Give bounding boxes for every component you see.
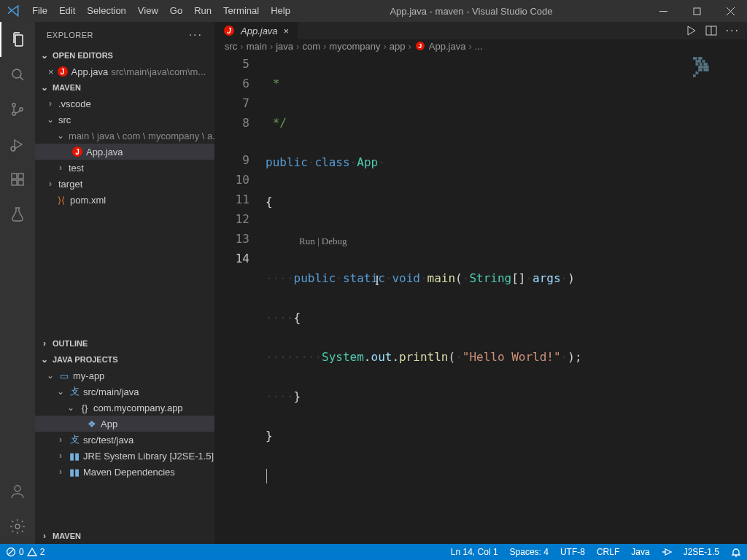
folder-target[interactable]: ›target <box>35 176 214 192</box>
section-open-editors[interactable]: ⌄OPEN EDITORS <box>35 47 214 63</box>
status-feedback[interactable] <box>656 544 678 560</box>
java-class-app[interactable]: ❖App <box>35 416 214 432</box>
menu-edit[interactable]: Edit <box>53 0 81 22</box>
window-close[interactable] <box>713 0 747 22</box>
chevron-right-icon: › <box>45 179 55 189</box>
svg-point-8 <box>20 108 23 111</box>
folder-nested-path[interactable]: ⌄main \ java \ com \ mycompany \ a... <box>35 128 214 144</box>
menu-go[interactable]: Go <box>164 0 188 22</box>
java-src-main[interactable]: ⌄⽁src/main/java <box>35 384 214 400</box>
status-spaces[interactable]: Spaces: 4 <box>504 544 554 560</box>
chevron-right-icon: › <box>39 338 50 349</box>
activity-test[interactable] <box>0 197 35 232</box>
file-pom-xml[interactable]: ⟩⟨pom.xml <box>35 192 214 208</box>
tab-close-icon[interactable]: × <box>284 26 290 36</box>
cursor <box>266 469 267 483</box>
java-error-icon <box>57 66 69 77</box>
breadcrumbs[interactable]: src› main› java› com› mycompany› app› Ap… <box>214 39 747 52</box>
activity-settings[interactable] <box>0 509 35 544</box>
split-editor-icon[interactable] <box>705 25 717 36</box>
java-package[interactable]: ⌄{}com.mycompany.app <box>35 400 214 416</box>
status-language[interactable]: Java <box>625 544 655 560</box>
chevron-down-icon: ⌄ <box>45 114 55 125</box>
section-workspace[interactable]: ⌄MAVEN <box>35 79 214 96</box>
status-bell[interactable] <box>725 544 747 560</box>
run-icon[interactable] <box>685 25 697 36</box>
code-content[interactable]: * */ public·class·App· { Run | Debug ···… <box>266 52 747 544</box>
window-minimize[interactable] <box>646 0 680 22</box>
menu-view[interactable]: View <box>132 0 164 22</box>
chevron-right-icon: › <box>55 451 66 461</box>
chevron-down-icon: ⌄ <box>39 354 50 365</box>
activity-source-control[interactable] <box>0 92 35 127</box>
editor-more-icon[interactable]: ··· <box>726 25 740 36</box>
folder-src[interactable]: ⌄src <box>35 112 214 128</box>
activity-bar <box>0 22 35 544</box>
java-error-icon <box>223 25 235 36</box>
menu-selection[interactable]: Selection <box>81 0 131 22</box>
chevron-down-icon: ⌄ <box>66 402 76 413</box>
xml-file-icon: ⟩⟨ <box>55 194 67 206</box>
chevron-down-icon: ⌄ <box>55 131 66 141</box>
java-project-root[interactable]: ⌄▭my-app <box>35 368 214 384</box>
activity-account[interactable] <box>0 474 35 509</box>
java-error-icon <box>71 146 83 158</box>
section-outline[interactable]: ›OUTLINE <box>35 335 214 351</box>
jre-library[interactable]: ›▮▮JRE System Library [J2SE-1.5] <box>35 448 214 464</box>
text-editor[interactable]: 5 6 7 8 9 10 11 12 13 14 * */ public·cla… <box>214 52 747 544</box>
svg-rect-13 <box>18 180 23 185</box>
activity-search[interactable] <box>0 57 35 92</box>
window-maximize[interactable] <box>680 0 713 22</box>
open-editor-name: App.java <box>71 66 109 77</box>
maven-dependencies[interactable]: ›▮▮Maven Dependencies <box>35 464 214 480</box>
svg-marker-9 <box>15 140 22 149</box>
open-editor-item[interactable]: × App.java src\main\java\com\m... <box>35 63 214 79</box>
open-editor-path: src\main\java\com\m... <box>111 66 206 77</box>
sidebar: EXPLORER ··· ⌄OPEN EDITORS × App.java sr… <box>35 22 214 544</box>
svg-rect-11 <box>12 174 17 179</box>
chevron-down-icon: ⌄ <box>39 50 50 61</box>
package-icon: {} <box>79 402 90 413</box>
svg-point-15 <box>15 486 20 491</box>
svg-line-21 <box>8 549 14 555</box>
vscode-logo <box>0 4 26 18</box>
code-lens[interactable]: Run | Debug <box>266 231 747 249</box>
status-bar: 0 2 Ln 14, Col 1 Spaces: 4 UTF-8 CRLF Ja… <box>0 544 747 560</box>
status-lncol[interactable]: Ln 14, Col 1 <box>445 544 504 560</box>
sidebar-title: EXPLORER <box>47 31 93 39</box>
activity-explorer[interactable] <box>0 22 35 57</box>
tab-app-java[interactable]: App.java × <box>214 22 298 39</box>
library-icon: ▮▮ <box>69 466 80 478</box>
tab-label: App.java <box>241 26 278 36</box>
menu-help[interactable]: Help <box>265 0 296 22</box>
window-title: App.java - maven - Visual Studio Code <box>296 6 646 17</box>
section-maven[interactable]: ›MAVEN <box>35 528 214 544</box>
chevron-down-icon: ⌄ <box>55 386 66 397</box>
activity-debug[interactable] <box>0 127 35 162</box>
status-encoding[interactable]: UTF-8 <box>554 544 591 560</box>
chevron-down-icon: ⌄ <box>45 370 55 381</box>
minimap[interactable]: ███ ███ ████ ██ ██ ██ ███ ████████ ███ █… <box>689 52 747 544</box>
menu-file[interactable]: File <box>26 0 53 22</box>
chevron-right-icon: › <box>55 163 66 173</box>
status-eol[interactable]: CRLF <box>591 544 625 560</box>
status-problems[interactable]: 0 2 <box>0 544 50 560</box>
activity-extensions[interactable] <box>0 162 35 197</box>
menu-run[interactable]: Run <box>188 0 217 22</box>
close-icon[interactable]: × <box>48 66 54 77</box>
folder-vscode[interactable]: ›.vscode <box>35 96 214 112</box>
file-app-java[interactable]: App.java <box>35 144 214 160</box>
library-icon: ▮▮ <box>69 450 80 462</box>
chevron-right-icon: › <box>39 531 50 541</box>
status-jre[interactable]: J2SE-1.5 <box>678 544 725 560</box>
section-java-projects[interactable]: ⌄JAVA PROJECTS <box>35 351 214 368</box>
menu-terminal[interactable]: Terminal <box>217 0 265 22</box>
svg-rect-12 <box>12 180 17 185</box>
class-icon: ❖ <box>86 418 98 429</box>
java-src-test[interactable]: ›⽁src/test/java <box>35 432 214 448</box>
chevron-right-icon: › <box>55 435 66 445</box>
editor-group: App.java × ··· src› main› java› com› myc… <box>214 22 747 544</box>
sidebar-more-icon[interactable]: ··· <box>189 29 203 41</box>
svg-rect-1 <box>694 8 700 15</box>
folder-test[interactable]: ›test <box>35 160 214 176</box>
